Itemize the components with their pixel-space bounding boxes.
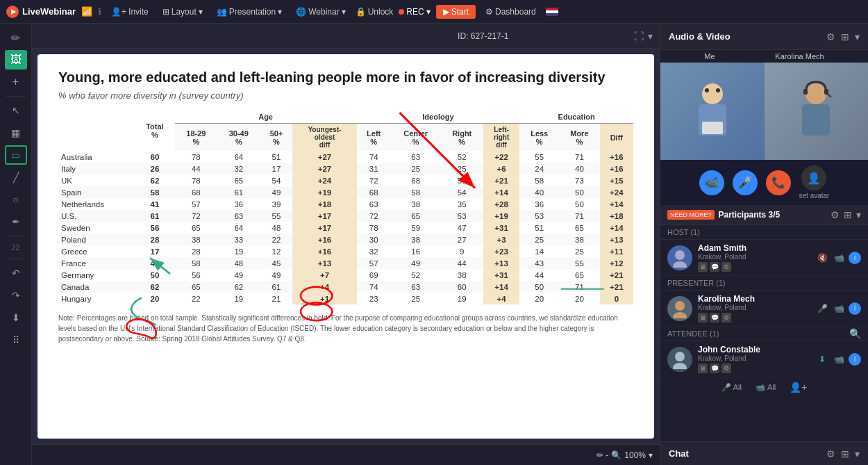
- attendee-search-icon[interactable]: 🔍: [849, 328, 868, 339]
- video-toggle-button[interactable]: 📹: [699, 170, 724, 195]
- table-cell-data: 50: [559, 186, 600, 198]
- table-cell-total: 62: [135, 174, 174, 186]
- chat-icon: 💬: [710, 262, 719, 272]
- presenter-name: Karolina Mech: [698, 294, 810, 304]
- table-cell-country: Canada: [58, 281, 135, 293]
- table-cell-data: 27: [441, 234, 483, 245]
- table-cell-data: 55: [260, 210, 293, 222]
- layout-button[interactable]: ⊞ Layout ▾: [158, 6, 207, 18]
- presentation-button[interactable]: 👥 Presentation ▾: [212, 6, 286, 18]
- participant-item-presenter: Karolina Mech Krakow, Poland 🖥 💬 ⚙ 🎤 📹 i: [660, 291, 868, 327]
- table-cell-data: 64: [217, 151, 260, 163]
- table-cell-data: 49: [217, 269, 260, 281]
- draw-tool-button[interactable]: ✏: [5, 28, 27, 47]
- unlock-button[interactable]: 🔒 Unlock: [356, 7, 394, 17]
- table-cell-country: Netherlands: [58, 198, 135, 210]
- grid-tool-button[interactable]: ⠿: [5, 330, 27, 350]
- video-thumb-karolina: [765, 63, 869, 160]
- host-video-button[interactable]: 📹: [832, 251, 846, 265]
- participants-settings-icon[interactable]: ⚙: [831, 209, 840, 220]
- video-area: Me Karolina Mech: [660, 50, 868, 160]
- svg-point-9: [702, 83, 723, 104]
- video-controls: 📹 🎤 📞 👤 set avatar: [660, 160, 868, 205]
- table-cell-data: 30: [357, 234, 391, 245]
- table-cell-data: 19: [441, 293, 483, 304]
- attendee-info-button[interactable]: i: [849, 353, 861, 366]
- mic-icon: 🎤: [721, 383, 731, 392]
- rectangle-tool-button[interactable]: ▭: [5, 145, 27, 165]
- gear-icon: ⚙: [721, 262, 731, 272]
- image-tool-button[interactable]: 🖼: [5, 50, 27, 70]
- chat-layout-icon[interactable]: ⊞: [841, 448, 849, 459]
- table-cell-data: 48: [217, 257, 260, 269]
- chat-settings-icon[interactable]: ⚙: [826, 448, 835, 459]
- undo-tool-button[interactable]: ↶: [5, 263, 27, 283]
- table-cell-total: 20: [135, 293, 174, 304]
- download-tool-button[interactable]: ⬇: [5, 308, 27, 327]
- table-cell-data: 48: [260, 222, 293, 234]
- participants-layout-icon[interactable]: ⊞: [844, 209, 852, 220]
- add-tool-button[interactable]: +: [5, 72, 27, 92]
- all-video-button[interactable]: 📹 All: [756, 382, 776, 393]
- hangup-button[interactable]: 📞: [766, 170, 791, 195]
- participants-collapse-icon[interactable]: ▾: [856, 209, 861, 220]
- presenter-badges: 🖥 💬 ⚙: [698, 313, 810, 323]
- add-participant-button[interactable]: 👤+: [790, 382, 807, 393]
- play-icon: ▶: [443, 7, 449, 17]
- host-mic-button[interactable]: 🔇: [815, 251, 829, 265]
- chat-footer: Chat ⚙ ⊞ ▾: [660, 441, 868, 465]
- table-cell-data: 45: [260, 257, 293, 269]
- layout-icon[interactable]: ⊞: [841, 31, 849, 42]
- table-cell-data: 22: [175, 293, 217, 304]
- webinar-button[interactable]: 🌐 Webinar ▾: [292, 6, 349, 18]
- zoom-control[interactable]: 🔍 100% ▾: [611, 450, 653, 460]
- redo-tool-button[interactable]: ↷: [5, 286, 27, 305]
- monitor-icon-2: 🖥: [698, 313, 708, 323]
- host-info: Adam Smith Krakow, Poland 🖥 💬 ⚙: [698, 243, 810, 272]
- canvas-content: Young, more educated and left-leaning pe…: [37, 54, 654, 439]
- sidebar-divider-2: [6, 236, 26, 236]
- cursor-tool-button[interactable]: ↖: [5, 101, 27, 120]
- table-cell-data: 55: [519, 151, 559, 163]
- attendee-mic-button[interactable]: ⬇: [815, 352, 829, 366]
- presenter-mic-button[interactable]: 🎤: [815, 302, 829, 316]
- mic-toggle-button[interactable]: 🎤: [733, 170, 758, 195]
- gear-icon-2: ⚙: [721, 313, 731, 323]
- table-cell-data: +11: [600, 245, 633, 257]
- table-header-education: Education: [519, 111, 633, 124]
- slide: Young, more educated and left-leaning pe…: [37, 54, 654, 439]
- table-cell-data: 23: [357, 293, 391, 304]
- karolina-label: Karolina Mech: [775, 52, 824, 60]
- settings-icon[interactable]: ⚙: [826, 31, 835, 42]
- presenter-video-button[interactable]: 📹: [832, 302, 846, 316]
- host-avatar: [667, 245, 692, 270]
- collapse-icon[interactable]: ▾: [855, 31, 860, 42]
- canvas-menu-button[interactable]: ▾: [648, 31, 653, 42]
- dashboard-button[interactable]: ⚙ Dashboard: [481, 6, 540, 18]
- participants-header: NEED MORE? Participants 3/5 ⚙ ⊞ ▾: [660, 205, 868, 225]
- attendee-video-button[interactable]: 📹: [832, 352, 846, 366]
- table-cell-data: 51: [441, 174, 483, 186]
- table-cell-data: 50: [519, 281, 559, 293]
- flag-icon: [546, 8, 558, 16]
- fullscreen-icon[interactable]: ⛶: [634, 31, 644, 42]
- table-cell-data: 58: [519, 174, 559, 186]
- all-mic-button[interactable]: 🎤 All: [721, 382, 742, 393]
- table-cell-data: 74: [357, 281, 391, 293]
- layers-tool-button[interactable]: ▦: [5, 123, 27, 142]
- table-cell-data: 16: [391, 245, 441, 257]
- circle-tool-button[interactable]: ○: [5, 190, 27, 209]
- line-tool-button[interactable]: ╱: [5, 168, 27, 187]
- table-header-country: [58, 111, 135, 151]
- svg-point-23: [675, 352, 685, 361]
- pen-tool-button[interactable]: ✒: [5, 212, 27, 231]
- table-cell-total: 62: [135, 281, 174, 293]
- table-cell-data: 9: [441, 245, 483, 257]
- table-cell-data: 61: [217, 186, 260, 198]
- host-info-button[interactable]: i: [849, 252, 861, 264]
- start-button[interactable]: ▶ Start: [436, 5, 476, 19]
- chat-collapse-icon[interactable]: ▾: [855, 448, 860, 459]
- presenter-info-button[interactable]: i: [849, 302, 861, 315]
- invite-button[interactable]: 👤+ Invite: [107, 6, 153, 18]
- set-avatar-button[interactable]: 👤 set avatar: [799, 165, 830, 199]
